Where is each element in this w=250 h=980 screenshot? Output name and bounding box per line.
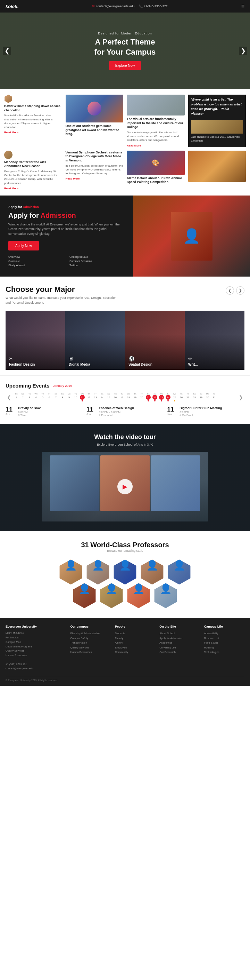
- news-card-4-quote: "Every child is an artist. The problem i…: [191, 97, 244, 116]
- event-date: 11 Jan: [167, 406, 177, 417]
- calendar-day[interactable]: Su 1: [13, 393, 19, 401]
- calendar-day[interactable]: Th 12: [86, 393, 92, 401]
- calendar-day[interactable]: Tu 10: [73, 393, 79, 401]
- professor-avatar-7: 👤: [99, 583, 124, 608]
- footer-link-apply[interactable]: Apply for Admission: [159, 636, 199, 641]
- footer-link-alumni[interactable]: Alumni: [115, 640, 155, 645]
- calendar-day[interactable]: Su 22: [152, 393, 158, 401]
- calendar-day[interactable]: Tu 17: [119, 393, 125, 401]
- footer-col-5-title: Campus Life: [204, 625, 244, 628]
- admission-link-summer[interactable]: Summer Sessions: [70, 259, 125, 262]
- hero-content: Designed for Modern Education A Perfect …: [95, 32, 155, 70]
- calendar-day[interactable]: Fr 13: [92, 393, 99, 401]
- news-card-3-readmore[interactable]: Read More: [127, 144, 141, 147]
- hero-title: A Perfect Themefor Your Campus: [95, 37, 155, 57]
- footer-link-housing[interactable]: Housing: [204, 645, 244, 650]
- footer-link-planning[interactable]: Planning & Administration: [71, 631, 111, 636]
- admission-link-overview[interactable]: Overview: [8, 255, 64, 258]
- hero-cta-button[interactable]: Explore Now: [109, 61, 141, 70]
- calendar-day[interactable]: Su 29: [198, 393, 204, 401]
- footer-link-faculty[interactable]: Faculty: [115, 636, 155, 641]
- footer-link-employers[interactable]: Employers: [115, 645, 155, 650]
- footer-link-transportation[interactable]: Transportation: [71, 640, 111, 645]
- news-card-6: Vermont Symphony Orchestra returns to Ev…: [66, 151, 123, 190]
- major-section: Choose your Major What would you like to…: [0, 277, 250, 375]
- calendar-day[interactable]: Mo 2: [20, 393, 26, 401]
- news-card-1-readmore[interactable]: Read More: [4, 131, 18, 134]
- video-play-button[interactable]: ▶: [117, 479, 133, 494]
- calendar-day[interactable]: Th 5: [40, 393, 46, 401]
- hero-arrow-right[interactable]: ❯: [239, 47, 247, 55]
- footer-col-4-title: On the Site: [159, 625, 199, 628]
- calendar-day[interactable]: Tu 3: [26, 393, 33, 401]
- calendar-day[interactable]: Mo 23: [158, 393, 165, 401]
- footer-link-community[interactable]: Community: [115, 650, 155, 655]
- footer-link-about[interactable]: About School: [159, 631, 199, 636]
- major-card-spatial[interactable]: ⚽ Spatial Design: [125, 311, 185, 370]
- major-card-writing[interactable]: ✏ Writ...: [185, 311, 244, 370]
- events-list: 11 Jan Gravity of Grav 6:00PM 6 Titus 11…: [6, 406, 244, 417]
- footer-link-accessibility[interactable]: Accessibility: [204, 631, 244, 636]
- admission-link-tuition[interactable]: Tuition: [70, 264, 125, 267]
- news-card-6-text: In a colorful musical celebration of aut…: [66, 164, 123, 176]
- admission-link-graduate[interactable]: Graduate: [8, 259, 64, 262]
- footer-link-uni-life[interactable]: University Life: [159, 645, 199, 650]
- major-card-fashion[interactable]: ✂ Fashion Design: [6, 311, 65, 370]
- major-next-button[interactable]: ❯: [236, 286, 244, 295]
- calendar-day[interactable]: Mo 9: [66, 393, 72, 401]
- major-cards: ✂ Fashion Design 🖥 Digital Media ⚽ Spati…: [6, 311, 244, 370]
- admission-photo: 👤: [133, 196, 250, 277]
- footer-col-campus-life: Campus Life Accessibility Resource list …: [204, 625, 244, 671]
- footer-link-tech[interactable]: Technologies: [204, 650, 244, 655]
- email-icon: ✉: [92, 5, 95, 8]
- calendar-day[interactable]: Fr 20: [139, 393, 145, 401]
- professor-avatar-6: 👤: [72, 583, 97, 608]
- calendar-day[interactable]: Mo 16: [112, 393, 119, 401]
- news-card-5-readmore[interactable]: Read More: [4, 187, 18, 190]
- calendar-day[interactable]: Su 15: [106, 393, 112, 401]
- calendar-day[interactable]: We 11: [79, 393, 85, 401]
- calendar-day[interactable]: Tu 31: [211, 393, 217, 401]
- calendar-day[interactable]: Sa 14: [99, 393, 105, 401]
- news-card-6-readmore[interactable]: Read More: [66, 177, 80, 180]
- apply-now-button[interactable]: Apply Now: [8, 241, 39, 250]
- professors-section: 31 World-Class Professors Browse our ama…: [0, 531, 250, 618]
- professors-row-1: 👤 👤 👤 👤 👤: [6, 559, 244, 584]
- events-month-selector[interactable]: January 2019: [53, 384, 72, 388]
- admission-link-undergraduate[interactable]: Undergraduate: [70, 255, 125, 258]
- hero-arrow-left[interactable]: ❮: [3, 47, 11, 55]
- footer-link-quality[interactable]: Quality Services: [71, 645, 111, 650]
- calendar-day[interactable]: Fr 27: [185, 393, 191, 401]
- footer-col-people: People Students Faculty Alumni Employers…: [115, 625, 155, 671]
- footer-link-research[interactable]: Our Research: [159, 650, 199, 655]
- event-item: 11 Jan Essence of Web Design 3:00PM - 6:…: [87, 406, 164, 417]
- footer-link-hr[interactable]: Human Resources: [71, 650, 111, 655]
- footer-link-resource[interactable]: Resource list: [204, 636, 244, 641]
- calendar-day[interactable]: Tu 24: [165, 393, 171, 401]
- calendar-day[interactable]: Su 8: [59, 393, 66, 401]
- footer-link-academics[interactable]: Academics: [159, 640, 199, 645]
- calendar-day[interactable]: Th 19: [132, 393, 138, 401]
- calendar-day[interactable]: Th 26: [178, 393, 184, 401]
- major-prev-button[interactable]: ❮: [226, 286, 234, 295]
- calendar-day[interactable]: Fr 6: [46, 393, 52, 401]
- calendar-day[interactable]: Sa 21: [145, 393, 151, 401]
- major-card-digital[interactable]: 🖥 Digital Media: [65, 311, 125, 370]
- menu-icon[interactable]: ≡: [241, 3, 244, 10]
- professor-avatar-1: 👤: [59, 559, 83, 584]
- calendar-day[interactable]: We 4: [33, 393, 39, 401]
- calendar-day[interactable]: Sa 28: [191, 393, 198, 401]
- footer-link-students[interactable]: Students: [115, 631, 155, 636]
- footer-link-campus-safety[interactable]: Campus Safety: [71, 636, 111, 641]
- calendar-day[interactable]: We 18: [125, 393, 131, 401]
- calendar-day[interactable]: We 25: [171, 393, 178, 401]
- admission-link-abroad[interactable]: Study Abroad: [8, 264, 64, 267]
- calendar-day[interactable]: Mo 30: [204, 393, 211, 401]
- calendar-day[interactable]: Sa 7: [53, 393, 59, 401]
- footer-link-food[interactable]: Food & Diet: [204, 640, 244, 645]
- calendar-prev-arrow[interactable]: ❮: [6, 395, 13, 400]
- logo: koleti.: [6, 4, 19, 9]
- admission-person-silhouette: 👤: [171, 212, 212, 261]
- contact-info: ✉ contact@evergreenarts.edu 📞 +1-345-235…: [92, 5, 168, 8]
- calendar-next-arrow[interactable]: ❯: [237, 395, 244, 400]
